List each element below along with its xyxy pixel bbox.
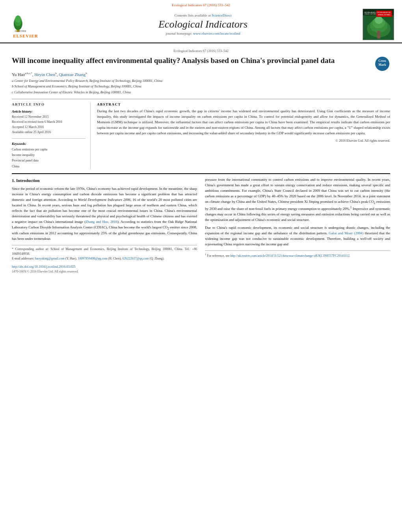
zhang-hao-ref[interactable]: Zhang and Hao, 2016	[86, 220, 117, 224]
crossmark-badge: Cross Mark	[374, 56, 390, 72]
abstract-text: During the last two decades of China's r…	[97, 109, 390, 136]
authors-line: Yu Haoa,b,c,*, Heyin Chenb, Qianxue Zhan…	[12, 72, 390, 77]
right-footnote-section: 1 For reference, see http://uk.reuters.c…	[205, 250, 390, 258]
keyword-4: China	[12, 164, 86, 169]
available-date: Available online 25 April 2016	[12, 130, 86, 135]
svg-text:ELSEVIER: ELSEVIER	[15, 30, 26, 32]
intro-para3: Due to China's rapid economic developmen…	[205, 225, 390, 247]
author3-sup: b	[86, 72, 87, 75]
keyword-2: Income inequality	[12, 152, 86, 158]
footnote-corresponding: * Corresponding author at: School of Man…	[12, 247, 197, 256]
journal-name: Ecological Indicators	[43, 19, 363, 30]
elsevier-tree-icon: ELSEVIER	[12, 11, 39, 33]
author1-sup: a,b,c,*	[25, 72, 32, 75]
affil-c: c Collaborative Innovation Center of Ele…	[12, 90, 390, 95]
keyword-1: Carbon emissions per capita	[12, 147, 86, 152]
keywords-title: Keywords:	[12, 142, 86, 146]
svg-text:INDICATORS: INDICATORS	[365, 13, 376, 15]
article-doi-link: http://dx.doi.org/10.1016/j.ecolind.2016…	[12, 264, 197, 269]
affiliations-block: a Center for Energy and Environmental Po…	[12, 78, 390, 95]
footnote-emails: E-mail addresses: haoyuking@gmail.com (Y…	[12, 256, 197, 261]
author1-name: Yu Hao	[12, 72, 25, 77]
email-hao-link[interactable]: haoyuking@gmail.com	[35, 257, 65, 260]
footnote-section: * Corresponding author at: School of Man…	[12, 245, 197, 274]
intro-heading: 1. Introduction	[12, 177, 197, 184]
author2-link[interactable]: Heyin Chen	[34, 72, 55, 77]
article-title: Will income inequality affect environmen…	[12, 56, 370, 66]
svg-text:Cross: Cross	[378, 59, 386, 63]
reuters-ref-link[interactable]: http://uk.reuters.com/article/2014/11/12…	[230, 254, 349, 258]
article-info-panel: ARTICLE INFO Article history: Received 1…	[12, 102, 91, 169]
author2-name: Heyin Chen	[34, 72, 55, 77]
contents-line: Contents lists available at ScienceDirec…	[43, 13, 363, 17]
journal-cover-image: ECOLOGICALINDICATORS ECOLOGICAL INDICATO…	[363, 9, 394, 40]
accepted-date: Accepted 12 March 2016	[12, 125, 86, 130]
svg-point-9	[375, 16, 383, 24]
and-text: and	[283, 242, 288, 246]
author3-link[interactable]: Qianxue Zhang	[59, 72, 86, 77]
affil-b: b School of Management and Economics, Be…	[12, 84, 390, 89]
citation-text: Ecological Indicators 67 (2016) 533–542	[172, 3, 230, 7]
cover-badge: ECOLOGICALINDICATORS	[376, 11, 392, 17]
abstract-panel: ABSTRACT During the last two decades of …	[97, 102, 390, 169]
footnote-1-text: 1 For reference, see http://uk.reuters.c…	[205, 252, 390, 258]
received-date: Received 12 November 2015	[12, 115, 86, 120]
elsevier-brand: ELSEVIER	[13, 33, 38, 38]
intro-para2: pressure from the international communit…	[205, 177, 390, 223]
elsevier-logo: ELSEVIER ELSEVIER	[8, 11, 43, 38]
body-left-col: 1. Introduction Since the period of econ…	[12, 177, 197, 274]
journal-title-block: Contents lists available at ScienceDirec…	[43, 13, 363, 35]
abstract-copyright: © 2016 Elsevier Ltd. All rights reserved…	[97, 139, 390, 143]
svg-point-3	[15, 15, 21, 22]
revised-date: Received in revised form 6 March 2016	[12, 120, 86, 125]
svg-text:Mark: Mark	[378, 63, 386, 67]
doi-hyperlink[interactable]: http://dx.doi.org/10.1016/j.ecolind.2016…	[12, 265, 76, 269]
author3-name: Qianxue Zhang	[59, 72, 86, 77]
email-zhang-link[interactable]: 626222617@qq.com	[122, 257, 149, 260]
body-right-col: pressure from the international communit…	[205, 177, 390, 274]
citation-bar: Ecological Indicators 67 (2016) 533–542	[8, 3, 394, 7]
galor-moav-ref[interactable]: Galor and Moav (2004)	[329, 231, 363, 235]
affil-a: a Center for Energy and Environmental Po…	[12, 78, 390, 84]
intro-para1: Since the period of economic reform the …	[12, 186, 197, 242]
homepage-link[interactable]: www.elsevier.com/locate/ecolind	[193, 32, 240, 35]
email-chen-link[interactable]: 10097850498@qq.com	[78, 257, 107, 260]
svg-rect-10	[377, 31, 380, 39]
keyword-3: Provincial panel data	[12, 158, 86, 163]
history-title: Article history:	[12, 109, 86, 113]
homepage-line: journal homepage: www.elsevier.com/locat…	[43, 32, 363, 35]
rights-text: 1470-160X/© 2016 Elsevier Ltd. All right…	[12, 269, 197, 274]
article-doi: Ecological Indicators 67 (2016) 533–542	[12, 47, 390, 53]
sciencedirect-link[interactable]: ScienceDirect	[212, 13, 231, 17]
abstract-label: ABSTRACT	[97, 102, 390, 106]
article-info-label: ARTICLE INFO	[12, 102, 86, 106]
author2-sup: b	[55, 72, 57, 75]
